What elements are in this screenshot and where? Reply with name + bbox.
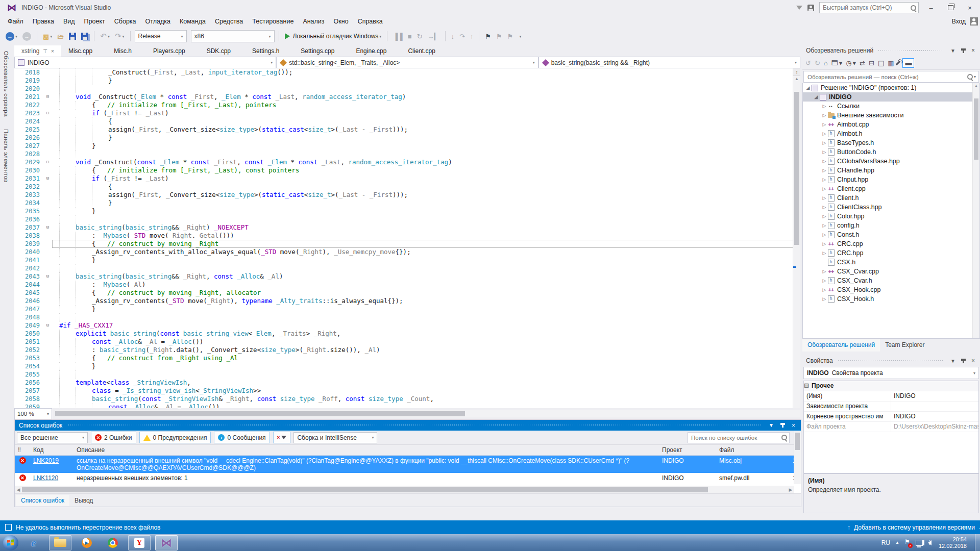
code-line[interactable]: 2057 class = _Is_string_view_ish<_String… [14, 387, 800, 395]
code-text[interactable]: { [52, 117, 800, 126]
show-all-files-icon[interactable]: ▤ [878, 59, 884, 67]
step-into-button[interactable]: ↓ [450, 31, 456, 42]
column-severity[interactable]: ‼ [15, 446, 30, 454]
code-line[interactable]: 2047 } [14, 305, 800, 313]
menu-item-Команда[interactable]: Команда [175, 16, 210, 27]
code-text[interactable] [52, 313, 800, 321]
tree-item-config.h[interactable]: ▷hconfig.h [803, 221, 979, 230]
code-line[interactable]: 2045 { // construct by moving _Right, al… [14, 289, 800, 297]
tree-item-CSX_Cvar.h[interactable]: ▷hCSX_Cvar.h [803, 276, 979, 285]
errors-filter-button[interactable]: ✕ 2 Ошибки [91, 432, 136, 443]
code-line[interactable]: 2026 } [14, 134, 800, 142]
column-project[interactable]: Проект [659, 446, 716, 454]
tree-item-Const.h[interactable]: ▷hConst.h [803, 230, 979, 239]
code-line[interactable]: 2048 [14, 313, 800, 321]
column-code[interactable]: Код [30, 446, 74, 454]
menu-item-Вид[interactable]: Вид [59, 16, 80, 27]
switch-views-icon[interactable]: 🗔▾ [831, 59, 843, 67]
code-text[interactable]: { // initialize from [_First, _Last), po… [52, 101, 800, 109]
property-group[interactable]: ⊟Прочее [804, 381, 978, 391]
property-row-Зависимости проекта[interactable]: Зависимости проекта [804, 402, 978, 412]
fold-marker-icon[interactable]: ⊟ [43, 93, 52, 101]
close-icon[interactable]: × [970, 357, 976, 364]
code-text[interactable]: const _Alloc& _Al = _Alloc()) [52, 403, 800, 408]
taskbar-windows-explorer[interactable] [49, 535, 71, 550]
menu-item-Средства[interactable]: Средства [210, 16, 248, 27]
expand-icon[interactable]: ▷ [821, 214, 827, 219]
tree-item-Aimbot.cpp[interactable]: ▷++Aimbot.cpp [803, 120, 979, 129]
code-line[interactable]: 2022 { // initialize from [_First, _Last… [14, 101, 800, 109]
column-description[interactable]: Описание [74, 446, 659, 454]
code-text[interactable]: if (_First != _Last) [52, 174, 800, 183]
code-text[interactable]: } [52, 199, 800, 207]
fold-marker-icon[interactable]: ⊟ [43, 321, 52, 330]
code-text[interactable]: { // construct from _Right using _Al [52, 354, 800, 362]
split-handle-icon[interactable]: ↕ [793, 68, 800, 76]
restore-button[interactable] [943, 2, 958, 13]
quick-launch-box[interactable] [819, 2, 919, 13]
tree-item-Ссылки[interactable]: ▷▪▪Ссылки [803, 102, 979, 111]
fold-marker-icon[interactable]: ⊟ [43, 158, 52, 166]
menu-item-Сборка[interactable]: Сборка [110, 16, 141, 27]
pin-icon[interactable] [963, 359, 964, 363]
tree-item-Color.hpp[interactable]: ▷hColor.hpp [803, 212, 979, 221]
code-text[interactable]: { // construct by moving _Right, allocat… [52, 289, 800, 297]
expand-icon[interactable]: ▷ [821, 296, 827, 302]
bookmark-button[interactable]: ⚑ [483, 31, 493, 42]
tree-item-Client.cpp[interactable]: ▷++Client.cpp [803, 184, 979, 193]
document-tab-Settings.h[interactable]: Settings.h [245, 45, 286, 57]
code-text[interactable]: } [52, 362, 800, 370]
error-category-combobox[interactable]: Сборка и IntelliSense▾ [293, 432, 377, 443]
code-line[interactable]: 2050 explicit basic_string(const basic_s… [14, 330, 800, 338]
back-icon[interactable]: ↺ [805, 59, 811, 67]
code-text[interactable]: basic_string(const _StringViewIsh& _Righ… [52, 395, 800, 403]
undo-button[interactable]: ↶▾ [99, 31, 111, 42]
tree-item-CSX_Hook.cpp[interactable]: ▷++CSX_Hook.cpp [803, 285, 979, 294]
code-line[interactable]: 2035 } [14, 207, 800, 215]
platform-combobox[interactable]: x86▾ [191, 30, 275, 42]
code-text[interactable] [52, 215, 800, 223]
code-line[interactable]: 2031⊟ if (_First != _Last) [14, 174, 800, 183]
code-text[interactable]: } [52, 77, 800, 85]
code-view[interactable]: 2018 _Construct(_First, _Last, input_ite… [14, 68, 800, 408]
tree-item-CSX_Hook.h[interactable]: ▷hCSX_Hook.h [803, 294, 979, 304]
forward-icon[interactable]: ↻ [815, 59, 820, 67]
save-button[interactable] [67, 31, 78, 42]
tree-item-Решение "INDIGO" (проектов: 1)[interactable]: ◢Решение "INDIGO" (проектов: 1) [803, 83, 979, 92]
code-text[interactable]: { [52, 183, 800, 191]
window-position-icon[interactable]: ▼ [949, 48, 957, 54]
property-row-Файл проекта[interactable]: Файл проектаD:\Users\x\Desktop\nSkinz-ma… [804, 422, 978, 432]
code-text[interactable]: void _Construct(_Elem * const _First, _E… [52, 93, 800, 101]
code-line[interactable]: 2049⊟#if _HAS_CXX17 [14, 321, 800, 330]
scrollbar-thumb[interactable] [794, 92, 799, 245]
expand-icon[interactable]: ▷ [821, 251, 827, 256]
code-line[interactable]: 2018 _Construct(_First, _Last, input_ite… [14, 68, 800, 77]
code-text[interactable]: : _Mybase(_Al) [52, 281, 800, 289]
expand-icon[interactable]: ▷ [821, 269, 827, 274]
side-tab-Панель элементов[interactable]: Панель элементов [0, 123, 12, 189]
tree-item-INDIGO[interactable]: ◢INDIGO [803, 92, 979, 102]
code-line[interactable]: 2036 [14, 215, 800, 223]
code-text[interactable] [52, 370, 800, 379]
menu-item-Анализ[interactable]: Анализ [298, 16, 329, 27]
menu-item-Тестирование[interactable]: Тестирование [248, 16, 298, 27]
error-list-vertical-scrollbar[interactable] [794, 431, 801, 484]
code-line[interactable]: 2042 [14, 264, 800, 272]
editor-zoom-combobox[interactable]: 100 %▾ [14, 408, 52, 419]
code-text[interactable]: template<class _StringViewIsh, [52, 379, 800, 387]
properties-header[interactable]: Свойства ▼ × [802, 355, 980, 366]
code-text[interactable] [52, 85, 800, 93]
fold-marker-icon[interactable]: ⊟ [43, 223, 52, 232]
clear-filters-button[interactable]: × [273, 432, 291, 443]
expand-icon[interactable]: ▷ [821, 113, 827, 118]
code-line[interactable]: 2024 { [14, 117, 800, 126]
panel-tab-Team Explorer[interactable]: Team Explorer [880, 339, 929, 352]
code-line[interactable]: 2034 } [14, 199, 800, 207]
code-line[interactable]: 2019 } [14, 77, 800, 85]
tray-expand-icon[interactable]: ▲ [895, 540, 899, 545]
code-text[interactable]: } [52, 305, 800, 313]
code-line[interactable]: 2029⊟ void _Construct(const _Elem * cons… [14, 158, 800, 166]
taskbar-media-player[interactable]: ▶ [76, 536, 97, 550]
new-project-button[interactable]: ▩▾ [41, 31, 54, 42]
code-line[interactable]: 2054 } [14, 362, 800, 370]
